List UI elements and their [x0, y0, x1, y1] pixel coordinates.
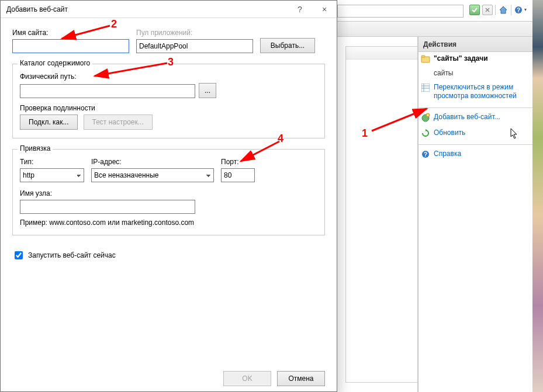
- select-app-pool-button[interactable]: Выбрать...: [260, 38, 315, 53]
- close-button[interactable]: ×: [312, 1, 337, 18]
- action-label: Справка: [434, 150, 461, 158]
- action-sites-sub: сайты: [419, 68, 532, 81]
- actions-panel: Действия "сайты" задачи сайты Переключит…: [418, 37, 532, 392]
- list-header[interactable]: [346, 47, 417, 60]
- toolbar-icons: ?: [469, 5, 529, 15]
- svg-rect-6: [421, 84, 430, 92]
- site-name-input[interactable]: [12, 39, 129, 53]
- globe-plus-icon: [421, 113, 430, 122]
- hostname-label: Имя узла:: [20, 189, 317, 197]
- actions-header: Действия: [419, 37, 532, 52]
- hostname-input[interactable]: [20, 200, 195, 214]
- start-now-input[interactable]: [15, 251, 23, 259]
- help-icon: ?: [421, 150, 430, 159]
- group-title: Привязка: [18, 144, 53, 152]
- browse-button[interactable]: ...: [199, 83, 216, 98]
- binding-group: Привязка Тип: http IP-адрес: Все неназна…: [12, 149, 325, 235]
- annotation-number-1: 1: [362, 127, 368, 140]
- group-title: Каталог содержимого: [18, 59, 92, 67]
- action-label: Добавить веб-сайт...: [434, 113, 500, 122]
- auth-label: Проверка подлинности: [20, 104, 317, 112]
- action-label: "сайты" задачи: [434, 54, 488, 63]
- start-now-label: Запустить веб-сайт сейчас: [28, 251, 116, 259]
- app-pool-input: [136, 39, 253, 53]
- action-add-website[interactable]: Добавить веб-сайт...: [419, 110, 532, 126]
- help-dropdown-icon[interactable]: ?: [514, 5, 529, 15]
- action-switch-view[interactable]: Переключиться в режим просмотра возможно…: [419, 81, 532, 105]
- binding-type-label: Тип:: [20, 158, 84, 166]
- app-pool-label: Пул приложений:: [136, 29, 253, 37]
- stop-icon[interactable]: [482, 5, 493, 15]
- go-icon[interactable]: [469, 5, 480, 15]
- svg-rect-5: [421, 55, 425, 57]
- refresh-icon: [421, 129, 430, 138]
- action-label: Переключиться в режим просмотра возможно…: [434, 83, 529, 100]
- annotation-number-4: 4: [278, 133, 283, 145]
- svg-text:?: ?: [424, 151, 427, 158]
- dialog-titlebar[interactable]: Добавить веб-сайт ? ×: [1, 1, 337, 18]
- physical-path-label: Физический путь:: [20, 72, 317, 81]
- content-directory-group: Каталог содержимого Физический путь: ...…: [12, 64, 325, 138]
- help-button[interactable]: ?: [288, 1, 312, 18]
- action-help[interactable]: ? Справка: [419, 147, 532, 163]
- annotation-number-2: 2: [111, 18, 117, 30]
- binding-port-input[interactable]: [221, 168, 255, 182]
- binding-port-label: Порт:: [221, 158, 255, 166]
- folder-icon: [421, 54, 430, 64]
- action-site-tasks[interactable]: "сайты" задачи: [419, 52, 532, 68]
- annotation-number-3: 3: [168, 56, 174, 68]
- action-label: Обновить: [434, 129, 465, 137]
- test-settings-button: Тест настроек...: [84, 115, 153, 130]
- cancel-button[interactable]: Отмена: [277, 371, 325, 386]
- ok-button: OK: [223, 371, 271, 386]
- cursor-icon: [510, 128, 518, 140]
- dialog-footer: OK Отмена: [1, 366, 337, 391]
- svg-text:?: ?: [517, 7, 520, 13]
- grid-icon: [421, 83, 430, 92]
- physical-path-input[interactable]: [20, 84, 195, 98]
- hostname-example: Пример: www.contoso.com или marketing.co…: [20, 218, 317, 227]
- connect-as-button[interactable]: Подкл. как...: [20, 115, 78, 130]
- iis-toolbar: ?: [337, 0, 532, 37]
- binding-type-select[interactable]: http: [20, 168, 84, 182]
- dialog-title: Добавить веб-сайт: [6, 5, 288, 13]
- address-bar[interactable]: [337, 5, 464, 18]
- desktop-wallpaper: [532, 0, 543, 392]
- center-list-panel: [337, 37, 418, 392]
- binding-ip-label: IP-адрес:: [91, 158, 214, 166]
- home-icon[interactable]: [498, 5, 509, 15]
- start-now-checkbox[interactable]: Запустить веб-сайт сейчас: [12, 249, 325, 261]
- binding-ip-select[interactable]: Все неназначенные: [91, 168, 214, 182]
